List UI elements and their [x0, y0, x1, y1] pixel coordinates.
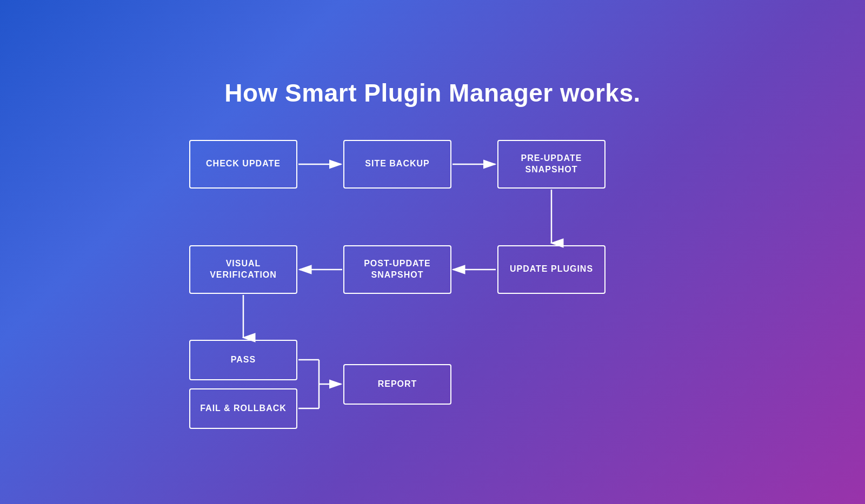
visual-verification-box: VISUAL VERIFICATION — [189, 245, 297, 294]
post-update-snapshot-box: POST-UPDATE SNAPSHOT — [343, 245, 451, 294]
update-plugins-box: UPDATE PLUGINS — [497, 245, 606, 294]
page-title: How Smart Plugin Manager works. — [224, 78, 641, 107]
fail-rollback-box: FAIL & ROLLBACK — [189, 388, 297, 429]
report-box: REPORT — [343, 364, 451, 405]
check-update-box: CHECK UPDATE — [189, 140, 297, 189]
pre-update-snapshot-box: PRE-UPDATE SNAPSHOT — [497, 140, 606, 189]
site-backup-box: SITE BACKUP — [343, 140, 451, 189]
pass-box: PASS — [189, 340, 297, 380]
diagram: CHECK UPDATE SITE BACKUP PRE-UPDATE SNAP… — [189, 140, 676, 426]
